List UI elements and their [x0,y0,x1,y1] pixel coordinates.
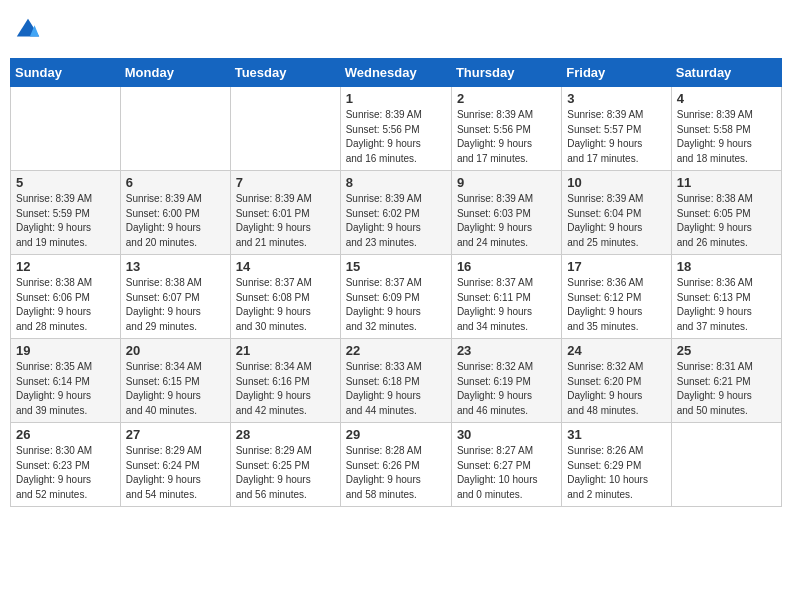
day-info: Sunrise: 8:38 AM Sunset: 6:05 PM Dayligh… [677,192,776,250]
day-number: 16 [457,259,556,274]
day-number: 21 [236,343,335,358]
calendar-cell: 6Sunrise: 8:39 AM Sunset: 6:00 PM Daylig… [120,171,230,255]
day-number: 6 [126,175,225,190]
day-info: Sunrise: 8:39 AM Sunset: 5:57 PM Dayligh… [567,108,665,166]
day-info: Sunrise: 8:38 AM Sunset: 6:07 PM Dayligh… [126,276,225,334]
day-number: 27 [126,427,225,442]
calendar-cell: 2Sunrise: 8:39 AM Sunset: 5:56 PM Daylig… [451,87,561,171]
day-number: 20 [126,343,225,358]
day-number: 22 [346,343,446,358]
day-info: Sunrise: 8:26 AM Sunset: 6:29 PM Dayligh… [567,444,665,502]
day-info: Sunrise: 8:30 AM Sunset: 6:23 PM Dayligh… [16,444,115,502]
calendar-cell: 7Sunrise: 8:39 AM Sunset: 6:01 PM Daylig… [230,171,340,255]
weekday-header-row: SundayMondayTuesdayWednesdayThursdayFrid… [11,59,782,87]
weekday-header-monday: Monday [120,59,230,87]
week-row-2: 5Sunrise: 8:39 AM Sunset: 5:59 PM Daylig… [11,171,782,255]
calendar-cell: 29Sunrise: 8:28 AM Sunset: 6:26 PM Dayli… [340,423,451,507]
day-number: 9 [457,175,556,190]
weekday-header-wednesday: Wednesday [340,59,451,87]
day-info: Sunrise: 8:37 AM Sunset: 6:08 PM Dayligh… [236,276,335,334]
day-info: Sunrise: 8:39 AM Sunset: 5:59 PM Dayligh… [16,192,115,250]
week-row-5: 26Sunrise: 8:30 AM Sunset: 6:23 PM Dayli… [11,423,782,507]
day-number: 2 [457,91,556,106]
calendar-cell: 28Sunrise: 8:29 AM Sunset: 6:25 PM Dayli… [230,423,340,507]
calendar-cell: 22Sunrise: 8:33 AM Sunset: 6:18 PM Dayli… [340,339,451,423]
page-header [10,10,782,50]
day-number: 24 [567,343,665,358]
calendar-cell [120,87,230,171]
day-info: Sunrise: 8:37 AM Sunset: 6:09 PM Dayligh… [346,276,446,334]
day-number: 17 [567,259,665,274]
calendar-cell: 24Sunrise: 8:32 AM Sunset: 6:20 PM Dayli… [562,339,671,423]
calendar-cell: 13Sunrise: 8:38 AM Sunset: 6:07 PM Dayli… [120,255,230,339]
calendar-cell [671,423,781,507]
day-info: Sunrise: 8:36 AM Sunset: 6:12 PM Dayligh… [567,276,665,334]
day-number: 29 [346,427,446,442]
day-info: Sunrise: 8:28 AM Sunset: 6:26 PM Dayligh… [346,444,446,502]
day-number: 11 [677,175,776,190]
day-number: 14 [236,259,335,274]
calendar-cell: 30Sunrise: 8:27 AM Sunset: 6:27 PM Dayli… [451,423,561,507]
weekday-header-sunday: Sunday [11,59,121,87]
day-number: 26 [16,427,115,442]
logo-icon [14,16,42,44]
day-info: Sunrise: 8:27 AM Sunset: 6:27 PM Dayligh… [457,444,556,502]
logo [14,16,46,44]
day-info: Sunrise: 8:36 AM Sunset: 6:13 PM Dayligh… [677,276,776,334]
calendar-cell: 9Sunrise: 8:39 AM Sunset: 6:03 PM Daylig… [451,171,561,255]
calendar-cell: 23Sunrise: 8:32 AM Sunset: 6:19 PM Dayli… [451,339,561,423]
day-info: Sunrise: 8:39 AM Sunset: 5:56 PM Dayligh… [457,108,556,166]
day-info: Sunrise: 8:32 AM Sunset: 6:20 PM Dayligh… [567,360,665,418]
day-info: Sunrise: 8:32 AM Sunset: 6:19 PM Dayligh… [457,360,556,418]
week-row-1: 1Sunrise: 8:39 AM Sunset: 5:56 PM Daylig… [11,87,782,171]
calendar-cell: 19Sunrise: 8:35 AM Sunset: 6:14 PM Dayli… [11,339,121,423]
day-number: 3 [567,91,665,106]
week-row-3: 12Sunrise: 8:38 AM Sunset: 6:06 PM Dayli… [11,255,782,339]
day-info: Sunrise: 8:34 AM Sunset: 6:16 PM Dayligh… [236,360,335,418]
day-info: Sunrise: 8:39 AM Sunset: 5:56 PM Dayligh… [346,108,446,166]
calendar-cell: 16Sunrise: 8:37 AM Sunset: 6:11 PM Dayli… [451,255,561,339]
day-number: 15 [346,259,446,274]
day-number: 31 [567,427,665,442]
week-row-4: 19Sunrise: 8:35 AM Sunset: 6:14 PM Dayli… [11,339,782,423]
day-info: Sunrise: 8:39 AM Sunset: 6:02 PM Dayligh… [346,192,446,250]
day-info: Sunrise: 8:39 AM Sunset: 5:58 PM Dayligh… [677,108,776,166]
calendar-cell: 8Sunrise: 8:39 AM Sunset: 6:02 PM Daylig… [340,171,451,255]
calendar-cell: 12Sunrise: 8:38 AM Sunset: 6:06 PM Dayli… [11,255,121,339]
day-number: 13 [126,259,225,274]
day-info: Sunrise: 8:37 AM Sunset: 6:11 PM Dayligh… [457,276,556,334]
calendar-cell: 27Sunrise: 8:29 AM Sunset: 6:24 PM Dayli… [120,423,230,507]
calendar-cell: 26Sunrise: 8:30 AM Sunset: 6:23 PM Dayli… [11,423,121,507]
calendar-cell [11,87,121,171]
calendar-cell: 10Sunrise: 8:39 AM Sunset: 6:04 PM Dayli… [562,171,671,255]
day-info: Sunrise: 8:39 AM Sunset: 6:03 PM Dayligh… [457,192,556,250]
day-number: 8 [346,175,446,190]
day-info: Sunrise: 8:39 AM Sunset: 6:01 PM Dayligh… [236,192,335,250]
day-number: 12 [16,259,115,274]
calendar-cell: 11Sunrise: 8:38 AM Sunset: 6:05 PM Dayli… [671,171,781,255]
calendar-cell: 17Sunrise: 8:36 AM Sunset: 6:12 PM Dayli… [562,255,671,339]
calendar-cell: 21Sunrise: 8:34 AM Sunset: 6:16 PM Dayli… [230,339,340,423]
calendar-cell: 31Sunrise: 8:26 AM Sunset: 6:29 PM Dayli… [562,423,671,507]
calendar-cell: 18Sunrise: 8:36 AM Sunset: 6:13 PM Dayli… [671,255,781,339]
calendar-cell: 5Sunrise: 8:39 AM Sunset: 5:59 PM Daylig… [11,171,121,255]
calendar-table: SundayMondayTuesdayWednesdayThursdayFrid… [10,58,782,507]
day-number: 23 [457,343,556,358]
day-number: 4 [677,91,776,106]
calendar-cell [230,87,340,171]
calendar-cell: 15Sunrise: 8:37 AM Sunset: 6:09 PM Dayli… [340,255,451,339]
day-number: 25 [677,343,776,358]
day-number: 19 [16,343,115,358]
calendar-cell: 3Sunrise: 8:39 AM Sunset: 5:57 PM Daylig… [562,87,671,171]
weekday-header-friday: Friday [562,59,671,87]
day-info: Sunrise: 8:39 AM Sunset: 6:04 PM Dayligh… [567,192,665,250]
day-info: Sunrise: 8:38 AM Sunset: 6:06 PM Dayligh… [16,276,115,334]
calendar-cell: 20Sunrise: 8:34 AM Sunset: 6:15 PM Dayli… [120,339,230,423]
day-info: Sunrise: 8:29 AM Sunset: 6:25 PM Dayligh… [236,444,335,502]
day-number: 5 [16,175,115,190]
weekday-header-saturday: Saturday [671,59,781,87]
calendar-cell: 4Sunrise: 8:39 AM Sunset: 5:58 PM Daylig… [671,87,781,171]
day-number: 1 [346,91,446,106]
weekday-header-thursday: Thursday [451,59,561,87]
day-info: Sunrise: 8:35 AM Sunset: 6:14 PM Dayligh… [16,360,115,418]
